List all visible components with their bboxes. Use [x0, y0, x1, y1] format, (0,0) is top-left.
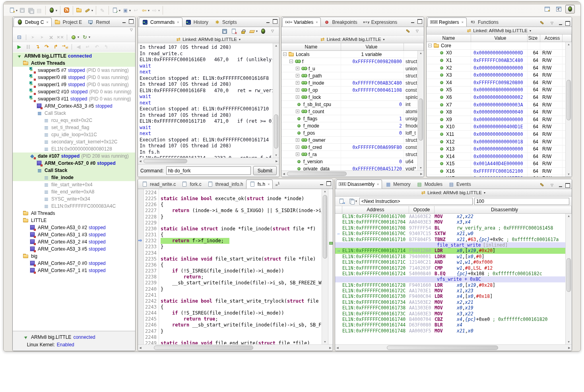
- disassembly-header[interactable]: AddressOpcodeDisassembly: [335, 206, 572, 214]
- debug-button[interactable]: ▾: [48, 6, 58, 14]
- debug-trace-button[interactable]: [259, 27, 268, 35]
- tab-thread-info-h[interactable]: thread_info.h: [204, 180, 246, 189]
- disassembly-row[interactable]: EL1N:0xFFFFFFC00016173CAA1603E3MOVx3,x22: [335, 311, 572, 317]
- table-row-f-ra[interactable]: +f_rastruct file: [281, 151, 424, 158]
- table-row-x1[interactable]: X10xFFFFFFC00AB3C48064R/W: [427, 57, 572, 64]
- tab-registers[interactable]: 010Registers×: [427, 17, 467, 27]
- table-row-f-lock[interactable]: +f_lockspinlock_: [281, 94, 424, 101]
- command-input[interactable]: [166, 166, 251, 175]
- scrollbar-thumb[interactable]: [287, 172, 347, 176]
- maximize-button[interactable]: [417, 19, 422, 23]
- horizontal-scrollbar[interactable]: ◀▶: [335, 344, 572, 351]
- maximize-button[interactable]: [272, 19, 277, 23]
- tree-item-swapper-2-10[interactable]: »Kswapper/2 #10stopped(PID 0 was running…: [13, 88, 135, 95]
- editor-code-area[interactable]: static inline bool execute_ok(struct ino…: [159, 189, 328, 344]
- table-row-locals[interactable]: −Locals1 variable: [281, 51, 424, 58]
- table-row-x4[interactable]: X40xFFFFFFC00982080064R/W: [427, 79, 572, 87]
- column-header-size[interactable]: Size: [528, 35, 540, 42]
- tree-item-arm-cortex-a53-3-5[interactable]: ARM_Cortex-A53_3 #5stopped: [13, 102, 135, 110]
- flashlight-button[interactable]: ▾: [83, 6, 94, 14]
- tree-item-file-start-write-0x4[interactable]: ≡file_start_write+0x4: [13, 181, 135, 188]
- table-row-x11[interactable]: X110x000000000000000064R/W: [427, 131, 572, 138]
- tree-item-arm-cortex-a57-0-0[interactable]: ARM_Cortex-A57_0 #0stopped: [13, 160, 135, 167]
- view-menu-button[interactable]: ▽: [413, 27, 421, 35]
- new-file-button[interactable]: ✦▾: [8, 6, 18, 14]
- minimize-button[interactable]: [122, 19, 126, 23]
- step-over-button[interactable]: ↷: [43, 43, 51, 51]
- new-debug-connection-button[interactable]: ▾: [70, 33, 80, 41]
- address-combo[interactable]: [359, 198, 473, 205]
- column-header-value[interactable]: Value: [341, 43, 404, 50]
- horizontal-scrollbar[interactable]: ◀▶: [138, 344, 333, 351]
- table-row-f-version[interactable]: f_version0u64: [281, 158, 424, 165]
- disassembly-row[interactable]: EL1N:0xFFFFFFC000161734AA1503E2MOVx2,x21: [335, 299, 572, 305]
- table-row-f-cred[interactable]: +f_cred0xFFFFFFC00A699F80const stru: [281, 144, 424, 151]
- tree-item-all-threads[interactable]: All Threads: [13, 210, 135, 217]
- tab-variables[interactable]: (x)=Variables×: [282, 17, 321, 27]
- tree-item-set-ti-thread-flag[interactable]: ≡set_ti_thread_flag: [13, 124, 135, 131]
- vertical-scrollbar[interactable]: ▲▼: [565, 42, 572, 177]
- horizontal-scrollbar[interactable]: ◀▶: [138, 158, 279, 164]
- disassembly-row[interactable]: ⇦EL1N:0xFFFFFFC00016170C93407C15SXTWx21,…: [335, 231, 572, 236]
- feed-button[interactable]: [62, 6, 71, 14]
- tab-fork-c[interactable]: fork.c: [178, 180, 204, 189]
- table-row-x14[interactable]: X140x000000000000000064R/W: [427, 153, 572, 160]
- table-row-x9[interactable]: X90x000000000000000064R/W: [427, 116, 572, 124]
- disassembly-row[interactable]: EL1N:0xFFFFFFC00016170897FFFF54BLrw_veri…: [335, 225, 572, 231]
- tree-item-el1n-0xffffffc000083a4c[interactable]: ≡EL1N:0xFFFFFFC000083A4C: [13, 203, 135, 210]
- commands-console[interactable]: In thread 107 (OS thread id 208)In read_…: [138, 43, 279, 158]
- vertical-scrollbar[interactable]: ▲▼: [565, 214, 572, 344]
- table-row-f-sb-list-cpu[interactable]: f_sb_list_cpu0int: [281, 101, 424, 108]
- tab-memory[interactable]: ▦Memory: [382, 180, 413, 189]
- pin-button[interactable]: [538, 181, 546, 189]
- disassembly-row[interactable]: EL1N:0xFFFFFFC000161740B4000704CBZx4,{pc…: [335, 317, 572, 322]
- table-row-f-count[interactable]: +f_countatomic_lo: [281, 108, 424, 115]
- table-row-f-mode[interactable]: f_mode2fmode_t: [281, 122, 424, 129]
- table-row-x5[interactable]: X50x000000800000000064R/W: [427, 87, 572, 94]
- view-menu-button[interactable]: ▽: [268, 27, 277, 35]
- tab-history[interactable]: ▸_History: [182, 17, 211, 27]
- table-row-f-path[interactable]: +f_pathstruct pat: [281, 72, 424, 79]
- table-row-f-u[interactable]: +f_uunion: [281, 65, 424, 72]
- column-header-access[interactable]: Access: [540, 35, 563, 42]
- disassembly-row[interactable]: EL1N:0xFFFFFFC000161728F9401660LDRx0,[x1…: [335, 282, 572, 288]
- tree-item-active-threads[interactable]: Active Threads: [13, 60, 135, 67]
- view-menu-icon[interactable]: ▽: [130, 28, 133, 32]
- pin-button[interactable]: [404, 27, 412, 35]
- maximize-button[interactable]: [128, 19, 133, 23]
- disassembly-row[interactable]: EL1N:0xFFFFFFC00016172454000840B.EQ{pc}+…: [335, 271, 572, 276]
- clear-console-button[interactable]: ×: [230, 27, 238, 35]
- tab-modules[interactable]: ▤Modules: [413, 180, 445, 189]
- disassembly-row[interactable]: EL1N:0xFFFFFFC0001617207140203FCMPw1,#8,…: [335, 265, 572, 271]
- save-console-button[interactable]: [221, 27, 229, 35]
- table-row-f-inode[interactable]: +f_inode0xFFFFFFC00AB3C480struct inc: [281, 79, 424, 87]
- maximize-button[interactable]: [565, 21, 570, 25]
- persp-debug-button[interactable]: [565, 5, 575, 14]
- table-row-x6[interactable]: X60x000000000000000264R/W: [427, 94, 572, 101]
- checklist-button[interactable]: ✓▾: [111, 6, 121, 14]
- disassembly-row[interactable]: EL1N:0xFFFFFFC000161744D63F0080BLRx4: [335, 322, 572, 328]
- registers-header[interactable]: NameValueSizeAccess: [427, 35, 572, 42]
- linked-context-bar[interactable]: ⇄Linked: ARMv8 big.LITTLE▾: [335, 189, 572, 197]
- linked-context-bar[interactable]: ⇄Linked: ARMv8 big.LITTLE▾: [427, 27, 572, 35]
- table-row-f[interactable]: −f0xFFFFFFC009820800struct file: [281, 58, 424, 65]
- view-menu-button[interactable]: ▽: [548, 19, 556, 27]
- tab-disassembly[interactable]: 101Disassembly×: [336, 180, 382, 189]
- lock-scroll-button[interactable]: [239, 27, 247, 35]
- tab-remote[interactable]: Remote: [85, 17, 110, 27]
- minimize-button[interactable]: [558, 183, 563, 187]
- table-row-x8[interactable]: X80x000000000000004064R/W: [427, 108, 572, 116]
- maximize-button[interactable]: [565, 183, 570, 187]
- scrollbar-thumb[interactable]: [323, 195, 327, 259]
- vertical-scrollbar[interactable]: ▲▼: [417, 51, 424, 170]
- tab-read-write-c[interactable]: read_write.c: [139, 180, 178, 189]
- column-header-name[interactable]: Name: [281, 43, 341, 50]
- table-row-x16[interactable]: X160xFFFFFFC00016210064R/W: [427, 168, 572, 175]
- tab-scripts[interactable]: ✱Scripts: [211, 17, 240, 27]
- nav-goto-button[interactable]: →: [338, 197, 346, 205]
- tree-item-little[interactable]: LITTLE: [13, 217, 135, 224]
- tab-expressions[interactable]: x+yExpressions: [360, 17, 398, 27]
- column-header-type[interactable]: [404, 43, 424, 50]
- column-header-name[interactable]: Name: [427, 35, 471, 42]
- table-row-x2[interactable]: X20x000000000000000064R/W: [427, 64, 572, 72]
